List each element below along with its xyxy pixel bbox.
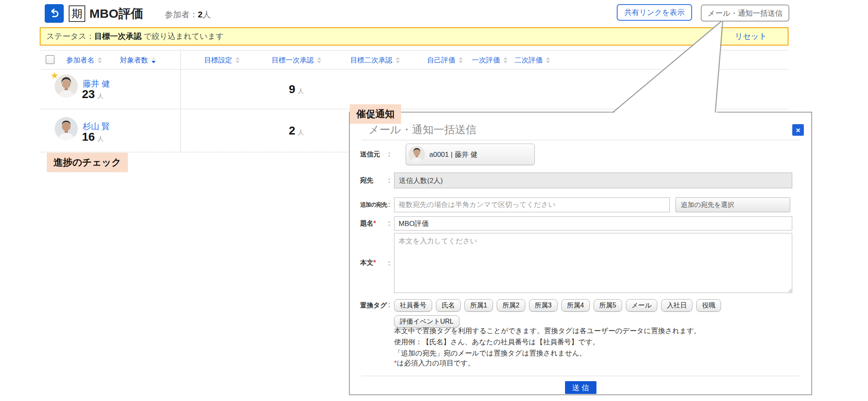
tag-chip-employee-number[interactable]: 社員番号 xyxy=(394,299,432,312)
sender-user-value: a0001 | 藤井 健 xyxy=(429,150,478,159)
page-title: MBO評価 xyxy=(89,5,143,22)
send-button[interactable]: 送 信 xyxy=(565,381,596,394)
goal-first-approval-cell: 9人 xyxy=(289,83,304,96)
sender-user-chip[interactable]: a0001 | 藤井 健 xyxy=(406,144,535,165)
tag-chip-hire-date[interactable]: 入社日 xyxy=(661,299,692,312)
bulk-send-button[interactable]: メール・通知一括送信 xyxy=(701,5,789,22)
subject-row: 題名* : xyxy=(360,216,792,231)
sort-icon xyxy=(546,57,550,63)
colon: : xyxy=(388,177,394,184)
cell-count-number: 2 xyxy=(289,124,296,137)
sort-icon xyxy=(503,57,507,63)
body-row: 本文* : xyxy=(360,233,792,293)
select-all-checkbox[interactable] xyxy=(46,55,55,64)
tags-label: 置換タグ xyxy=(360,301,388,310)
row-divider-1 xyxy=(40,109,789,109)
required-mark: * xyxy=(373,220,376,227)
column-label: 一次評価 xyxy=(472,55,500,65)
header-bottom-divider xyxy=(40,69,789,70)
tag-chip-position[interactable]: 役職 xyxy=(696,299,721,312)
additional-recipients-input[interactable] xyxy=(394,197,670,212)
modal-footer-divider xyxy=(361,376,800,376)
colon: : xyxy=(388,220,394,227)
tag-chip-department-4[interactable]: 所属4 xyxy=(561,299,590,312)
column-header-target-count[interactable]: 対象者数 xyxy=(120,54,156,66)
required-mark: * xyxy=(394,359,397,367)
modal-title-divider xyxy=(361,140,800,140)
required-note-text: は必須入力の項目です。 xyxy=(397,359,475,367)
column-header-second-evaluation[interactable]: 二次評価 xyxy=(515,54,550,66)
recipients-field: 送信人数(2人) xyxy=(394,173,792,188)
tags-chip-line-1: 社員番号 氏名 所属1 所属2 所属3 所属4 所属5 メール 入社日 役職 xyxy=(394,299,721,312)
mbo-evaluation-page: 期 MBO評価 参加者：2人 共有リンクを表示 メール・通知一括送信 ステータス… xyxy=(0,0,868,401)
required-mark: * xyxy=(373,259,376,266)
tag-chip-department-1[interactable]: 所属1 xyxy=(464,299,493,312)
cell-count-number: 9 xyxy=(289,83,296,96)
recipients-value: 送信人数(2人) xyxy=(399,176,443,185)
close-button[interactable]: × xyxy=(792,124,804,136)
column-label: 目標二次承認 xyxy=(350,55,392,65)
status-filter-value: 目標一次承認 xyxy=(94,32,142,41)
participant-member-count: 16人 xyxy=(82,130,103,144)
avatar xyxy=(55,117,78,140)
bulk-send-modal: メール・通知一括送信 × 送信元 : a0001 | 藤井 xyxy=(349,112,812,395)
tag-chip-email[interactable]: メール xyxy=(626,299,658,312)
period-badge: 期 xyxy=(69,5,85,22)
column-header-goal-setting[interactable]: 目標設定 xyxy=(204,54,240,66)
colon: : xyxy=(388,151,394,158)
subject-label-text: 題名 xyxy=(360,220,373,227)
help-line-1: 本文中で置換タグを利用することができます。置換タグは各ユーザーのデータに置換され… xyxy=(394,325,701,336)
column-label: 目標設定 xyxy=(204,55,232,65)
back-icon xyxy=(48,8,60,19)
additional-recipients-label: 追加の宛先 xyxy=(360,201,388,209)
sort-icon xyxy=(317,57,321,63)
sort-desc-icon xyxy=(151,57,156,63)
column-header-goal-second-approval[interactable]: 目標二次承認 xyxy=(350,54,400,66)
select-recipients-button[interactable]: 追加の宛先を選択 xyxy=(676,197,790,212)
status-filter-text: ステータス：目標一次承認 で絞り込まれています xyxy=(46,31,224,42)
sender-row: 送信元 : a0001 | 藤井 健 xyxy=(360,144,535,165)
body-label-text: 本文 xyxy=(360,259,373,266)
column-header-first-evaluation[interactable]: 一次評価 xyxy=(472,54,507,66)
star-icon: ★ xyxy=(50,71,59,80)
participants-summary: 参加者：2人 xyxy=(165,9,211,20)
tag-chip-department-3[interactable]: 所属3 xyxy=(529,299,558,312)
modal-title: メール・通知一括送信 xyxy=(368,122,476,137)
participant-member-count: 23人 xyxy=(82,88,103,101)
subject-input[interactable] xyxy=(394,216,792,231)
annotation-reminder: 催促通知 xyxy=(350,104,401,124)
column-label: 対象者数 xyxy=(120,55,148,65)
reset-link[interactable]: リセット xyxy=(735,31,767,42)
column-header-participant-name[interactable]: 参加者名 xyxy=(66,54,102,66)
colon: : xyxy=(388,201,394,209)
column-label: 二次評価 xyxy=(515,55,543,65)
colon: : xyxy=(388,301,394,309)
table-column-separator xyxy=(180,51,181,152)
sort-icon xyxy=(459,57,463,63)
annotation-progress-check: 進捗のチェック xyxy=(47,153,128,172)
member-count-unit: 人 xyxy=(97,92,103,100)
required-note: *は必須入力の項目です。 xyxy=(394,358,475,369)
column-label: 自己評価 xyxy=(427,55,455,65)
share-link-button[interactable]: 共有リンクを表示 xyxy=(617,4,692,21)
column-header-goal-first-approval[interactable]: 目標一次承認 xyxy=(272,54,321,66)
sort-icon xyxy=(236,57,240,63)
table-top-divider xyxy=(40,50,789,50)
body-textarea[interactable] xyxy=(394,233,792,293)
tags-help-text: 本文中で置換タグを利用することができます。置換タグは各ユーザーのデータに置換され… xyxy=(394,325,701,359)
member-count-number: 23 xyxy=(82,88,95,101)
tag-chip-department-5[interactable]: 所属5 xyxy=(594,299,622,312)
status-prefix: ステータス： xyxy=(46,32,94,41)
recipients-label: 宛先 xyxy=(360,176,388,185)
sender-label: 送信元 xyxy=(360,150,388,159)
subject-label: 題名* xyxy=(360,219,388,228)
tag-chip-name[interactable]: 氏名 xyxy=(436,299,461,312)
participants-label: 参加者： xyxy=(165,10,198,19)
sort-icon xyxy=(98,57,102,63)
tag-chip-department-2[interactable]: 所属2 xyxy=(497,299,525,312)
colon: : xyxy=(388,259,394,267)
back-button[interactable] xyxy=(45,4,64,23)
column-header-self-evaluation[interactable]: 自己評価 xyxy=(427,54,463,66)
cell-count-unit: 人 xyxy=(298,87,304,95)
member-count-number: 16 xyxy=(82,130,95,144)
